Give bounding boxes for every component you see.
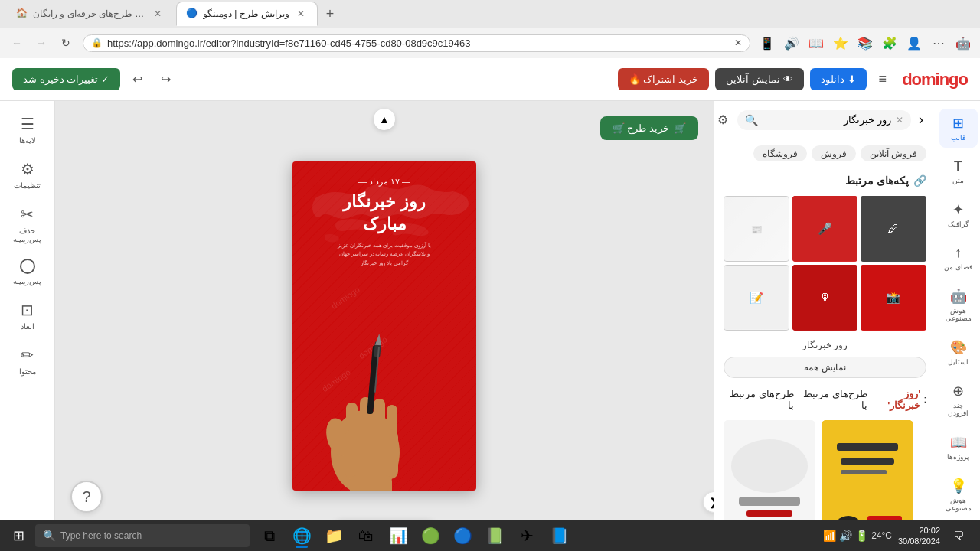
text-label: متن (952, 177, 964, 184)
sidebar-item-style[interactable]: 🎨 استایل (939, 333, 978, 372)
tab-editor[interactable]: 🔵 ویرایش طرح | دومینگو ✕ (176, 2, 318, 26)
main-area: ☰ لایه‌ها ⚙ تنظیمات ✂ حذف پس‌زمینه پس‌زم… (0, 101, 980, 551)
toolbar-item-dimensions[interactable]: ⊡ ابعاد (5, 295, 51, 337)
pack-thumb-4[interactable]: 📝 (724, 265, 789, 331)
pack-thumb-1[interactable]: 📰 (724, 196, 789, 262)
toolbar-item-remove-bg[interactable]: ✂ حذف پس‌زمینه (5, 199, 51, 249)
profile-icon[interactable]: 👤 (903, 32, 925, 54)
canvas-buy-label: خرید طرح 🛒 (612, 122, 669, 134)
background-icon (20, 259, 35, 274)
volume-icon[interactable]: 🔊 (839, 530, 852, 542)
svg-rect-7 (350, 475, 392, 491)
start-button[interactable]: ⊞ (3, 523, 34, 548)
search-prev-button[interactable]: ‹ (916, 109, 926, 131)
graphic-icon: ✦ (952, 201, 964, 218)
redo-button[interactable]: ↪ (155, 67, 177, 91)
tab-close-icon[interactable]: ✕ (151, 7, 165, 21)
preview-label: نمایش آنلاین (726, 73, 780, 85)
download-button[interactable]: ⬇ دانلود (810, 68, 867, 90)
svg-rect-6 (345, 429, 398, 479)
menu-button[interactable]: ≡ (873, 67, 893, 92)
app-icon[interactable]: 📱 (756, 32, 778, 54)
buy-share-button[interactable]: خرید اشتراک 🔥 (618, 68, 709, 90)
eye-icon: 👁 (783, 73, 793, 85)
text-icon: T (954, 158, 962, 174)
save-check-icon: ✓ (101, 73, 109, 85)
taskbar-app-docs[interactable]: 📗 (479, 522, 510, 549)
pack-thumb-2[interactable]: 🎤 (792, 196, 858, 262)
related-packs-header: 🔗 پکه‌های مرتبط (714, 168, 936, 193)
search-magnifier-icon: 🔍 (745, 114, 758, 126)
lock-icon: 🔒 (91, 37, 103, 48)
taskbar-app-word[interactable]: 📘 (544, 522, 574, 549)
svg-text:📸: 📸 (887, 291, 901, 305)
pack-thumb-6[interactable]: 📸 (861, 265, 926, 331)
help-button[interactable]: ? (70, 481, 103, 513)
svg-point-25 (731, 439, 808, 493)
preview-button[interactable]: 👁 نمایش آنلاین (715, 68, 804, 90)
toolbar-item-content[interactable]: ✏ محتوا (5, 340, 51, 382)
new-tab-button[interactable]: + (319, 3, 341, 24)
sidebar-item-portfolio[interactable]: 📖 پروژه‌ها (939, 428, 978, 467)
tag-online-shop[interactable]: فروش آنلاین (861, 145, 926, 161)
favorites-icon[interactable]: ⭐ (830, 32, 851, 54)
collapse-panel-button[interactable]: ❯ (703, 491, 714, 513)
taskbar-app-citrix[interactable]: 📊 (383, 522, 413, 549)
immersive-reader-icon[interactable]: 📖 (805, 32, 827, 54)
related-designs-label: طرح‌های مرتبط با (797, 388, 867, 411)
sidebar-item-my-space[interactable]: ↑ فضای من (939, 239, 978, 277)
taskbar-app-explorer[interactable]: 📁 (318, 522, 349, 549)
forward-button[interactable]: → (31, 32, 52, 54)
search-input[interactable] (763, 114, 891, 126)
more-icon[interactable]: ⋯ (928, 32, 949, 54)
show-all-button[interactable]: نمایش همه (724, 357, 926, 378)
network-icon[interactable]: 📶 (823, 530, 836, 542)
reload-icon: ✕ (734, 37, 742, 48)
taskbar-app-telegram[interactable]: ✈ (511, 522, 542, 549)
save-button[interactable]: ✓ تغییرات ذخیره شد (12, 68, 120, 90)
taskbar-icons-group: 📶 🔊 🔋 24°C (823, 530, 892, 542)
extensions-icon[interactable]: 🧩 (879, 32, 900, 54)
sidebar-item-multi-add[interactable]: ⊕ چند افزودن (939, 377, 978, 423)
sidebar-item-ai[interactable]: 🤖 هوش مصنوعی (939, 282, 978, 328)
address-text: https://app.domingo.ir/editor?industryId… (107, 37, 730, 49)
tab-close-editor-icon[interactable]: ✕ (294, 7, 308, 21)
tag-shop[interactable]: فروشگاه (753, 145, 807, 161)
copilot-icon[interactable]: 🤖 (952, 32, 974, 54)
tag-sale[interactable]: فروش (812, 145, 856, 161)
taskbar-app-edge[interactable]: 🌐 (286, 522, 317, 549)
read-aloud-icon[interactable]: 🔊 (781, 32, 802, 54)
notification-button[interactable]: 🗨 (946, 523, 971, 548)
toolbar-item-layers[interactable]: ☰ لایه‌ها (5, 109, 51, 151)
taskbar-search-box[interactable]: 🔍 Type here to search (35, 524, 250, 547)
pack-thumb-3[interactable]: 🖊 (861, 196, 926, 262)
toolbar-item-settings[interactable]: ⚙ تنظیمات (5, 154, 51, 196)
tab-templates[interactable]: 🏠 قالب‌ها و طرح‌های حرفه‌ای و رایگان ✕ (6, 2, 175, 26)
expand-canvas-button[interactable]: ▲ (374, 109, 395, 130)
taskbar-search-icon: 🔍 (43, 530, 56, 542)
taskbar-app-parrot[interactable]: 🟢 (415, 522, 446, 549)
refresh-button[interactable]: ↻ (55, 32, 77, 54)
pack-thumb-5[interactable]: 🎙 (792, 265, 858, 331)
app-header: ✓ تغییرات ذخیره شد ↩ ↪ domingo خرید اشتر… (0, 58, 980, 101)
collections-icon[interactable]: 📚 (854, 32, 876, 54)
undo-button[interactable]: ↩ (126, 67, 149, 91)
sidebar-item-graphic[interactable]: ✦ گرافیک (939, 195, 978, 234)
address-bar[interactable]: 🔒 https://app.domingo.ir/editor?industry… (83, 34, 750, 52)
taskbar-app-taskview[interactable]: ⧉ (254, 522, 285, 549)
taskbar-app-store[interactable]: 🛍 (351, 522, 381, 549)
taskbar-time-display[interactable]: 20:02 30/08/2024 (898, 525, 940, 547)
taskbar-app-chrome[interactable]: 🔵 (447, 522, 478, 549)
filter-button[interactable]: ⚙ (714, 111, 733, 129)
sidebar-item-text[interactable]: T متن (939, 152, 978, 191)
battery-icon[interactable]: 🔋 (855, 530, 868, 542)
back-button[interactable]: ← (6, 32, 28, 54)
canvas-buy-button[interactable]: 🛒 خرید طرح 🛒 (600, 116, 698, 140)
sidebar-item-template[interactable]: ⊞ قالب (939, 109, 978, 148)
style-label: استایل (948, 358, 969, 366)
canvas-date: — ۱۷ مرداد — (358, 177, 410, 187)
svg-text:📝: 📝 (750, 291, 764, 305)
sidebar-item-ai2[interactable]: 💡 هوش مصنوعی (939, 471, 978, 518)
toolbar-item-background[interactable]: پس‌زمینه (5, 253, 51, 292)
search-clear-icon[interactable]: ✕ (896, 115, 903, 126)
